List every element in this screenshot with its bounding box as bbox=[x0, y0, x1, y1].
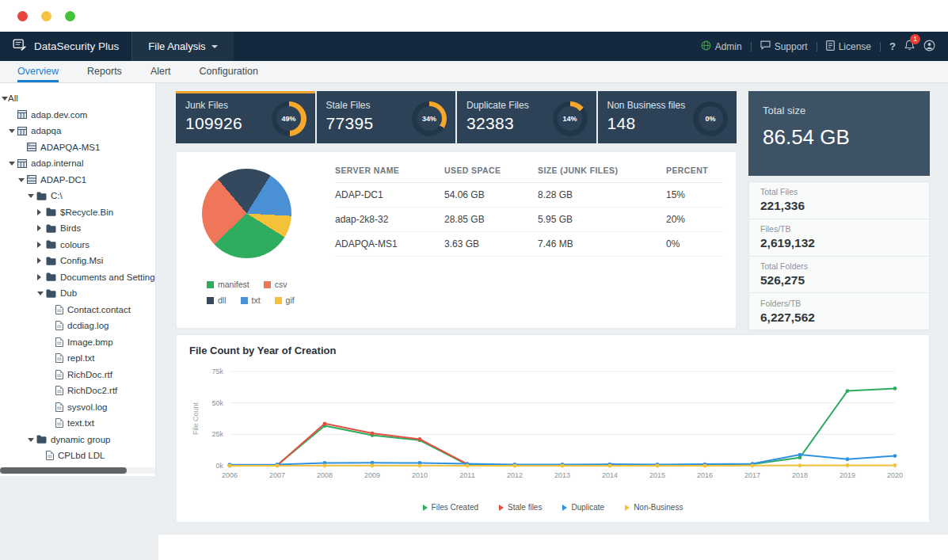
file-count-card: File Count by Year of Creation 0k25k50k7… bbox=[176, 334, 930, 523]
tab-reports[interactable]: Reports bbox=[87, 61, 122, 82]
tree-item-c[interactable]: C:\ bbox=[0, 188, 155, 204]
tree-item-birds[interactable]: Birds bbox=[0, 220, 155, 237]
stat-card-junk-files[interactable]: Junk Files10992649% bbox=[176, 91, 315, 143]
tree-item-label: Image.bmp bbox=[67, 337, 113, 347]
table-header-size-junk-files: SIZE (JUNK FILES) bbox=[538, 157, 666, 183]
tab-alert[interactable]: Alert bbox=[150, 61, 171, 82]
pie-legend-item-csv[interactable]: csv bbox=[264, 280, 287, 289]
tree-item-cplbd-ldl[interactable]: CPLbd LDL bbox=[0, 448, 155, 464]
window-close-button[interactable] bbox=[17, 11, 28, 21]
summary-row-files-tb: Files/TB2,619,132 bbox=[749, 219, 929, 257]
svg-text:2011: 2011 bbox=[459, 471, 474, 479]
pie-legend-item-dll[interactable]: dll bbox=[207, 295, 227, 305]
tree-item-label: RichDoc.rtf bbox=[67, 370, 112, 379]
help-button[interactable]: ? bbox=[889, 40, 896, 52]
file-icon bbox=[55, 305, 63, 314]
legend-marker bbox=[625, 505, 630, 511]
tree-item-label: colours bbox=[60, 240, 89, 250]
expand-arrow-icon[interactable] bbox=[37, 225, 41, 231]
table-cell: 20% bbox=[666, 208, 723, 232]
expand-arrow-icon[interactable] bbox=[37, 209, 41, 215]
tree-item-adap-dc1[interactable]: ADAP-DC1 bbox=[0, 172, 155, 189]
line-legend-item-stale-files[interactable]: Stale files bbox=[499, 503, 542, 512]
header-separator bbox=[880, 42, 881, 51]
tree-item-richdoc-rtf[interactable]: RichDoc.rtf bbox=[0, 367, 155, 383]
pie-legend-item-gif[interactable]: gif bbox=[275, 295, 295, 305]
file-icon bbox=[46, 451, 54, 460]
summary-panel: Total Files221,336Files/TB2,619,132Total… bbox=[748, 181, 930, 330]
line-chart-title: File Count by Year of Creation bbox=[189, 345, 336, 356]
tree-item-documents-and-settings[interactable]: Documents and Settings bbox=[0, 269, 155, 286]
tree-item-adap-internal[interactable]: adap.internal bbox=[0, 155, 155, 172]
stat-card-duplicate-files[interactable]: Duplicate Files3238314% bbox=[457, 91, 596, 143]
folder-icon bbox=[46, 289, 56, 298]
file-icon bbox=[55, 370, 63, 379]
collapse-arrow-icon[interactable] bbox=[28, 438, 34, 442]
collapse-arrow-icon[interactable] bbox=[2, 97, 8, 101]
tree-item-sysvol-log[interactable]: sysvol.log bbox=[0, 399, 155, 416]
pie-legend-label: dll bbox=[218, 295, 227, 305]
tree-item-adapqa[interactable]: adapqa bbox=[0, 123, 155, 139]
line-legend-item-duplicate[interactable]: Duplicate bbox=[562, 503, 604, 512]
tree-item-dcdiag-log[interactable]: dcdiag.log bbox=[0, 318, 155, 334]
tree-item-config-msi[interactable]: Config.Msi bbox=[0, 253, 155, 269]
expand-arrow-icon[interactable] bbox=[37, 274, 41, 280]
tree-item-dynamic-group[interactable]: dynamic group bbox=[0, 432, 155, 448]
horizontal-scrollbar[interactable] bbox=[0, 467, 155, 474]
main-content: Junk Files10992649%Stale Files7739534%Du… bbox=[156, 83, 948, 560]
tree-item-richdoc2-rtf[interactable]: RichDoc2.rtf bbox=[0, 383, 155, 399]
summary-value: 2,619,132 bbox=[760, 236, 918, 250]
window-titlebar bbox=[0, 0, 948, 32]
collapse-arrow-icon[interactable] bbox=[28, 194, 34, 198]
collapse-arrow-icon[interactable] bbox=[9, 129, 15, 133]
license-link[interactable]: License bbox=[826, 40, 871, 53]
file-icon bbox=[55, 321, 63, 330]
stat-card-percent: 14% bbox=[558, 106, 582, 131]
expand-arrow-icon[interactable] bbox=[37, 242, 41, 248]
tab-overview[interactable]: Overview bbox=[17, 61, 59, 82]
app-logo-icon bbox=[13, 39, 27, 54]
folder-icon bbox=[46, 224, 56, 233]
tree-item-recycle-bin[interactable]: $Recycle.Bin bbox=[0, 204, 155, 221]
file-types-pie-chart[interactable] bbox=[202, 169, 291, 258]
support-link[interactable]: Support bbox=[760, 40, 808, 52]
collapse-arrow-icon[interactable] bbox=[9, 162, 15, 166]
module-label: File Analysis bbox=[148, 40, 205, 52]
tab-configuration[interactable]: Configuration bbox=[200, 61, 258, 82]
pie-legend-item-txt[interactable]: txt bbox=[241, 295, 261, 305]
tree-item-dub[interactable]: Dub bbox=[0, 285, 155, 302]
line-legend-item-non-business[interactable]: Non-Business bbox=[625, 503, 683, 512]
tree-item-image-bmp[interactable]: Image.bmp bbox=[0, 334, 155, 351]
module-dropdown[interactable]: File Analysis bbox=[131, 32, 233, 61]
tree-item-repl-txt[interactable]: repl.txt bbox=[0, 350, 155, 367]
expand-arrow-icon[interactable] bbox=[37, 257, 41, 264]
tree-item-adapqa-ms1[interactable]: ADAPQA-MS1 bbox=[0, 139, 155, 156]
window-minimize-button[interactable] bbox=[41, 11, 51, 21]
folder-icon bbox=[36, 435, 47, 444]
pie-legend-item-manifest[interactable]: manifest bbox=[207, 280, 249, 289]
tree-item-label: ADAP-DC1 bbox=[40, 175, 86, 185]
admin-menu[interactable]: Admin bbox=[701, 40, 742, 53]
user-avatar-icon bbox=[923, 40, 935, 54]
legend-swatch bbox=[275, 297, 282, 304]
account-button[interactable] bbox=[923, 40, 935, 54]
tree-item-text-txt[interactable]: text.txt bbox=[0, 415, 155, 432]
notifications-button[interactable]: 1 bbox=[904, 40, 915, 54]
tree-item-adap-dev-com[interactable]: adap.dev.com bbox=[0, 107, 155, 124]
scrollbar-thumb[interactable] bbox=[0, 467, 127, 474]
stat-card-stale-files[interactable]: Stale Files7739534% bbox=[317, 91, 456, 143]
line-legend-item-files-created[interactable]: Files Created bbox=[423, 503, 478, 512]
tree-item-all[interactable]: All bbox=[0, 90, 155, 107]
collapse-arrow-icon[interactable] bbox=[18, 178, 25, 182]
header-separator bbox=[751, 42, 752, 51]
svg-text:50k: 50k bbox=[211, 399, 223, 407]
summary-label: Folders/TB bbox=[760, 299, 918, 308]
tree-items: Alladap.dev.comadapqaADAPQA-MS1adap.inte… bbox=[0, 90, 155, 464]
stat-card-non-business-files[interactable]: Non Business files1480% bbox=[598, 91, 737, 143]
tree-item-colours[interactable]: colours bbox=[0, 237, 155, 253]
domain-icon bbox=[17, 159, 27, 168]
tree-item-contact-contact[interactable]: Contact.contact bbox=[0, 302, 155, 318]
collapse-arrow-icon[interactable] bbox=[37, 291, 44, 295]
window-zoom-button[interactable] bbox=[65, 11, 75, 21]
support-label: Support bbox=[775, 41, 808, 52]
